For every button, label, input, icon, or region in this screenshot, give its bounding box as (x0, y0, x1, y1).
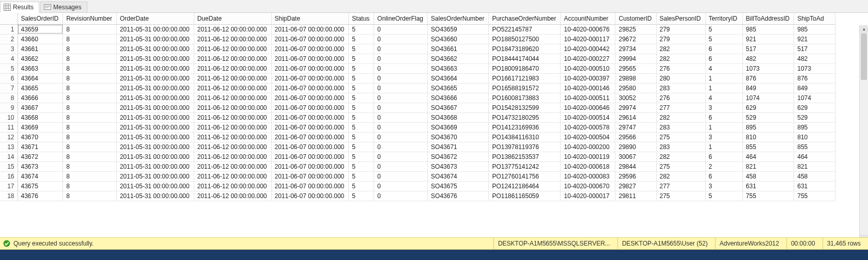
cell[interactable]: 1074 (794, 93, 835, 103)
cell[interactable]: 2011-06-12 00:00:00.000 (194, 93, 271, 103)
cell[interactable]: SO43674 (428, 171, 489, 181)
column-header[interactable]: SalesOrderID (18, 13, 63, 24)
scroll-thumb[interactable] (861, 34, 867, 80)
cell[interactable]: 10-4020-000676 (561, 24, 615, 34)
cell[interactable]: 10-4020-000146 (561, 83, 615, 93)
cell[interactable]: 279 (656, 34, 705, 44)
cell[interactable]: SO43671 (428, 142, 489, 152)
table-row[interactable]: 134367182011-05-31 00:00:00.0002011-06-1… (0, 142, 835, 152)
cell[interactable]: 2011-06-12 00:00:00.000 (194, 54, 271, 63)
cell[interactable]: 8 (63, 191, 117, 201)
cell[interactable]: SO43676 (428, 191, 489, 201)
table-row[interactable]: 74366582011-05-31 00:00:00.0002011-06-12… (0, 83, 835, 93)
cell[interactable]: 10-4020-000117 (561, 34, 615, 44)
cell[interactable]: SO43667 (428, 103, 489, 112)
cell[interactable]: 5 (705, 24, 742, 34)
cell[interactable]: 2011-06-12 00:00:00.000 (194, 171, 271, 181)
cell[interactable]: 4 (705, 93, 742, 103)
tab-messages[interactable]: Messages (40, 2, 87, 12)
cell[interactable]: 2011-06-07 00:00:00.000 (271, 73, 349, 83)
cell[interactable]: 29580 (615, 83, 656, 93)
cell[interactable]: 277 (656, 181, 705, 191)
cell[interactable]: 282 (656, 171, 705, 181)
cell[interactable]: 2011-05-31 00:00:00.000 (116, 171, 194, 181)
cell[interactable]: 2011-05-31 00:00:00.000 (116, 132, 194, 142)
table-row[interactable]: 144367282011-05-31 00:00:00.0002011-06-1… (0, 152, 835, 161)
cell[interactable]: 5 (349, 112, 374, 122)
row-number[interactable]: 17 (0, 181, 18, 191)
cell[interactable]: 2011-06-12 00:00:00.000 (194, 161, 271, 171)
cell[interactable]: 5 (705, 34, 742, 44)
row-number[interactable]: 8 (0, 93, 18, 103)
cell[interactable]: 30067 (615, 152, 656, 161)
cell[interactable]: SO43672 (428, 152, 489, 161)
cell[interactable]: 43675 (18, 181, 63, 191)
cell[interactable]: PO16588191572 (489, 83, 561, 93)
cell[interactable]: 275 (656, 191, 705, 201)
cell[interactable]: 8 (63, 73, 117, 83)
cell[interactable]: 2011-06-12 00:00:00.000 (194, 83, 271, 93)
cell[interactable]: 5 (349, 34, 374, 44)
cell[interactable]: 282 (656, 44, 705, 54)
row-number[interactable]: 3 (0, 44, 18, 54)
cell[interactable]: 5 (349, 122, 374, 132)
cell[interactable]: SO43673 (428, 161, 489, 171)
cell[interactable]: PO15428132599 (489, 103, 561, 112)
cell[interactable]: SO43660 (428, 34, 489, 44)
cell[interactable]: 8 (63, 132, 117, 142)
cell[interactable]: 8 (63, 63, 117, 73)
row-number[interactable]: 13 (0, 142, 18, 152)
row-number[interactable]: 4 (0, 54, 18, 63)
cell[interactable]: 810 (742, 132, 794, 142)
cell[interactable]: 6 (705, 112, 742, 122)
cell[interactable]: 43673 (18, 161, 63, 171)
row-number[interactable]: 11 (0, 122, 18, 132)
cell[interactable]: 2011-05-31 00:00:00.000 (116, 161, 194, 171)
cell[interactable]: 10-4020-000017 (561, 191, 615, 201)
cell[interactable]: 2011-05-31 00:00:00.000 (116, 73, 194, 83)
cell[interactable]: 895 (794, 122, 835, 132)
cell[interactable]: 2011-05-31 00:00:00.000 (116, 122, 194, 132)
cell[interactable]: 10-4020-000227 (561, 54, 615, 63)
cell[interactable]: 276 (656, 93, 705, 103)
cell[interactable]: 29734 (615, 44, 656, 54)
table-row[interactable]: 64366482011-05-31 00:00:00.0002011-06-12… (0, 73, 835, 83)
cell[interactable]: 2011-06-07 00:00:00.000 (271, 54, 349, 63)
cell[interactable]: PO13862153537 (489, 152, 561, 161)
cell[interactable]: SO43662 (428, 54, 489, 63)
cell[interactable]: 2011-06-07 00:00:00.000 (271, 103, 349, 112)
cell[interactable]: 10-4020-000511 (561, 93, 615, 103)
cell[interactable]: 8 (63, 171, 117, 181)
row-number[interactable]: 10 (0, 112, 18, 122)
cell[interactable]: 10-4020-000618 (561, 161, 615, 171)
cell[interactable]: 282 (656, 112, 705, 122)
cell[interactable]: 5 (349, 161, 374, 171)
cell[interactable]: 0 (374, 54, 428, 63)
column-header[interactable]: TerritoryID (705, 13, 742, 24)
cell[interactable]: 10-4020-000504 (561, 132, 615, 142)
cell[interactable]: 2011-06-12 00:00:00.000 (194, 63, 271, 73)
row-number[interactable]: 15 (0, 161, 18, 171)
cell[interactable]: 5 (349, 93, 374, 103)
scroll-up-button[interactable]: ▴ (860, 25, 868, 34)
column-header[interactable]: PurchaseOrderNumber (489, 13, 561, 24)
cell[interactable]: 2011-05-31 00:00:00.000 (116, 112, 194, 122)
cell[interactable]: 8 (63, 161, 117, 171)
cell[interactable]: 0 (374, 181, 428, 191)
cell[interactable]: 43670 (18, 132, 63, 142)
cell[interactable]: 8 (63, 142, 117, 152)
cell[interactable]: 0 (374, 24, 428, 34)
cell[interactable]: 2011-05-31 00:00:00.000 (116, 24, 194, 34)
cell[interactable]: 5 (349, 191, 374, 201)
cell[interactable]: 2 (705, 161, 742, 171)
cell[interactable]: 43667 (18, 103, 63, 112)
cell[interactable]: 2011-06-07 00:00:00.000 (271, 152, 349, 161)
row-header-corner[interactable] (0, 13, 18, 24)
cell[interactable]: 5 (349, 73, 374, 83)
cell[interactable]: 2011-06-12 00:00:00.000 (194, 24, 271, 34)
cell[interactable]: 2011-05-31 00:00:00.000 (116, 34, 194, 44)
cell[interactable]: 2011-05-31 00:00:00.000 (116, 142, 194, 152)
row-number[interactable]: 12 (0, 132, 18, 142)
table-row[interactable]: 94366782011-05-31 00:00:00.0002011-06-12… (0, 103, 835, 112)
table-row[interactable]: 84366682011-05-31 00:00:00.0002011-06-12… (0, 93, 835, 103)
